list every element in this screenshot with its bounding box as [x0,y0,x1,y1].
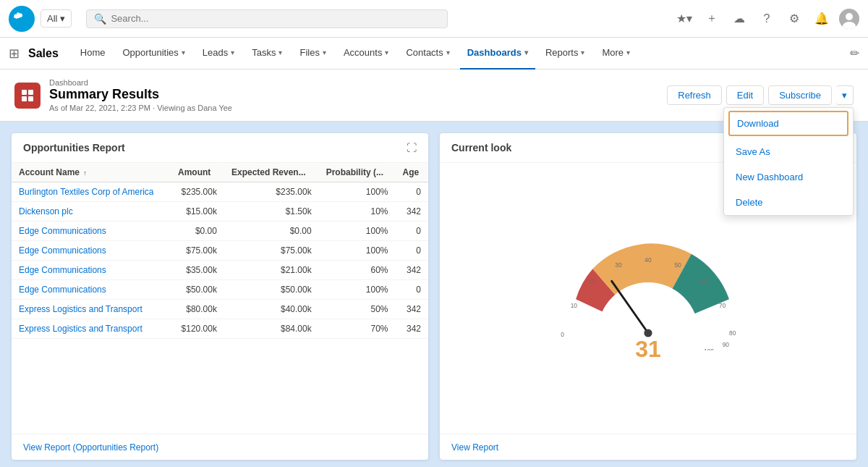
nav-files[interactable]: Files▾ [292,38,333,70]
table-wrapper[interactable]: Account Name ↑ Amount Expected Reven... … [12,163,428,434]
account-name-cell[interactable]: Edge Communications [12,280,171,300]
grid-icon[interactable]: ⊞ [9,46,20,62]
probability-cell: 10% [319,202,396,222]
account-name-cell[interactable]: Burlington Textiles Corp of America [12,182,171,202]
chevron-down-icon: ▾ [626,49,630,56]
expected-revenue-cell: $235.00k [224,182,319,202]
chevron-down-icon: ▾ [278,49,282,56]
gauge-chart: 0 10 20 30 40 50 60 70 80 90 100 [547,235,749,350]
age-cell: 342 [396,319,428,339]
table-row: Express Logistics and Transport $120.00k… [12,319,428,339]
nav-contacts[interactable]: Contacts▾ [399,38,456,70]
edit-icon[interactable]: ✏ [850,46,859,60]
expected-revenue-cell: $84.00k [224,319,319,339]
dashboard-header: Dashboard Summary Results As of Mar 22, … [0,70,868,122]
age-cell: 342 [396,300,428,319]
probability-cell: 70% [319,319,396,339]
table-row: Edge Communications $75.00k $75.00k 100%… [12,241,428,261]
svg-text:0: 0 [561,330,564,337]
bell-icon[interactable]: 🔔 [812,9,832,29]
chevron-down-icon: ▾ [231,49,234,56]
probability-cell: 60% [319,261,396,280]
setup-icon[interactable]: ⚙ [784,9,804,29]
age-cell: 342 [396,202,428,222]
cloud-icon[interactable]: ☁ [729,9,749,29]
expected-revenue-cell: $40.00k [224,300,319,319]
view-report-link[interactable]: View Report (Opportunities Report) [23,442,158,453]
amount-cell: $80.00k [171,300,224,319]
svg-rect-3 [22,90,27,95]
favorites-icon[interactable]: ★▾ [674,9,694,29]
col-expected-revenue: Expected Reven... [224,163,319,182]
opportunities-report-card: Opportunities Report ⛶ Account Name ↑ Am… [12,133,428,460]
report-card-title: Opportunities Report [23,142,125,153]
expand-icon[interactable]: ⛶ [407,142,417,153]
table-row: Edge Communications $35.00k $21.00k 60% … [12,261,428,280]
nav-bar: ⊞ Sales Home Opportunities▾ Leads▾ Tasks… [0,38,868,70]
nav-home[interactable]: Home [73,38,113,70]
refresh-button[interactable]: Refresh [667,85,722,105]
search-icon: 🔍 [94,13,106,25]
table-row: Edge Communications $0.00 $0.00 100% 0 [12,222,428,241]
age-cell: 0 [396,222,428,241]
nav-dashboards[interactable]: Dashboards▾ [460,38,535,70]
probability-cell: 100% [319,222,396,241]
svg-text:10: 10 [571,302,578,309]
nav-reports[interactable]: Reports▾ [538,38,592,70]
svg-text:90: 90 [723,340,730,348]
nav-leads[interactable]: Leads▾ [195,38,242,70]
avatar[interactable] [839,9,859,29]
account-name-cell[interactable]: Edge Communications [12,222,171,241]
age-cell: 342 [396,261,428,280]
probability-cell: 100% [319,280,396,300]
help-icon[interactable]: ? [757,9,777,29]
nav-more[interactable]: More▾ [595,38,637,70]
app-name: Sales [28,47,59,60]
account-name-cell[interactable]: Express Logistics and Transport [12,300,171,319]
save-as-menu-item[interactable]: Save As [724,139,853,164]
expected-revenue-cell: $1.50k [224,202,319,222]
download-menu-item[interactable]: Download [728,111,848,136]
col-account-name: Account Name ↑ [12,163,171,182]
new-dashboard-menu-item[interactable]: New Dashboard [724,164,853,190]
subscribe-button[interactable]: Subscribe [768,85,832,105]
report-card-footer: View Report (Opportunities Report) [12,434,428,460]
plus-icon[interactable]: ＋ [702,9,722,29]
dashboard-icon [14,83,41,109]
all-dropdown[interactable]: All ▾ [41,9,72,28]
chevron-down-icon: ▾ [182,49,185,56]
delete-menu-item[interactable]: Delete [724,190,853,215]
nav-tasks[interactable]: Tasks▾ [244,38,289,70]
account-name-cell[interactable]: Dickenson plc [12,202,171,222]
top-bar: All ▾ 🔍 ★▾ ＋ ☁ ? ⚙ 🔔 [0,0,868,38]
dashboard-label: Dashboard [49,78,232,87]
nav-accounts[interactable]: Accounts▾ [336,38,396,70]
account-name-cell[interactable]: Edge Communications [12,241,171,261]
expected-revenue-cell: $75.00k [224,241,319,261]
svg-rect-4 [28,90,33,95]
search-input[interactable] [111,13,440,24]
amount-cell: $15.00k [171,202,224,222]
expected-revenue-cell: $21.00k [224,261,319,280]
account-name-cell[interactable]: Express Logistics and Transport [12,319,171,339]
gauge-view-report-link[interactable]: View Report [451,442,498,453]
more-actions-button[interactable]: ▾ [836,85,854,105]
salesforce-logo [9,6,35,32]
table-row: Burlington Textiles Corp of America $235… [12,182,428,202]
svg-rect-5 [22,96,27,101]
nav-opportunities[interactable]: Opportunities▾ [116,38,192,70]
chevron-down-icon: ▾ [581,49,584,56]
chevron-down-icon: ▾ [60,13,65,24]
age-cell: 0 [396,241,428,261]
svg-text:80: 80 [729,329,736,336]
probability-cell: 50% [319,300,396,319]
table-row: Edge Communications $50.00k $50.00k 100%… [12,280,428,300]
account-name-cell[interactable]: Edge Communications [12,261,171,280]
report-card-header: Opportunities Report ⛶ [12,133,428,163]
amount-cell: $235.00k [171,182,224,202]
edit-button[interactable]: Edit [726,85,764,105]
probability-cell: 100% [319,182,396,202]
age-cell: 0 [396,182,428,202]
table-row: Dickenson plc $15.00k $1.50k 10% 342 [12,202,428,222]
table-header-row: Account Name ↑ Amount Expected Reven... … [12,163,428,182]
